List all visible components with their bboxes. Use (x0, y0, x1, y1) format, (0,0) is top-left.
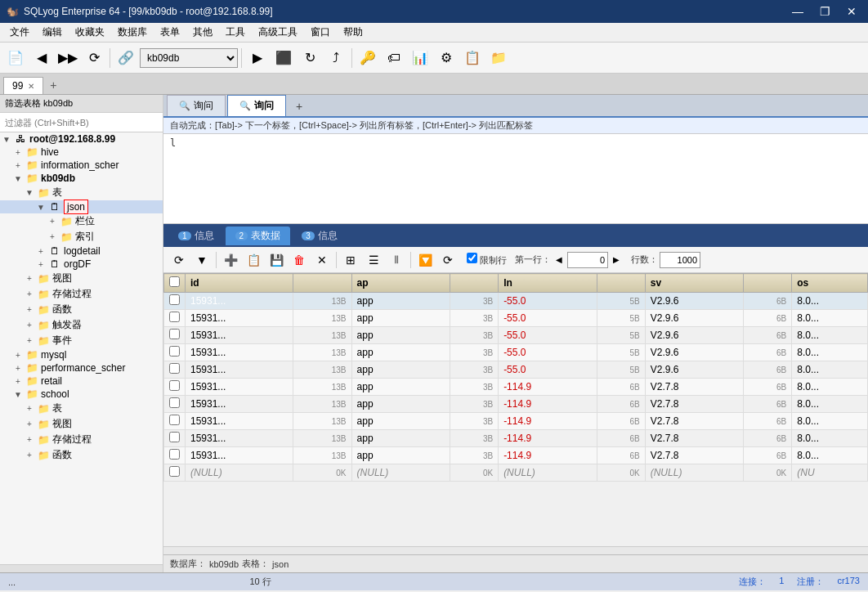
cell-id-0[interactable]: 15931... (186, 293, 293, 310)
row-checkbox-7[interactable] (169, 415, 180, 425)
dt-copy-btn[interactable]: 📋 (243, 250, 264, 270)
tree-item-10[interactable]: +📁视图 (0, 271, 163, 286)
cell-os-6[interactable]: 8.0... (792, 396, 868, 413)
menu-window[interactable]: 窗口 (304, 24, 337, 41)
cell-os-2[interactable]: 8.0... (792, 327, 868, 344)
toolbar-connect-btn[interactable]: 🔗 (114, 46, 138, 70)
toolbar-btn4[interactable]: ⬛ (271, 46, 296, 70)
cell-os-5[interactable]: 8.0... (792, 379, 868, 396)
cell-os-7[interactable]: 8.0... (792, 413, 868, 430)
row-checkbox-6[interactable] (169, 397, 180, 408)
cell-ap-8[interactable]: app (351, 430, 450, 447)
cell-ln-2[interactable]: -55.0 (499, 327, 597, 344)
cell-id-4[interactable]: 15931... (186, 361, 293, 379)
table-row[interactable]: 15931...13Bapp3B-114.96BV2.7.86B8.0... (164, 430, 868, 447)
first-row-next-btn[interactable]: ▶ (610, 250, 623, 270)
editor-content[interactable]: l (163, 134, 868, 223)
query-tab-add[interactable]: + (288, 96, 311, 116)
col-id[interactable]: id (186, 274, 293, 293)
tree-item-1[interactable]: +📁hive (0, 146, 163, 159)
cell-ap-1[interactable]: app (351, 310, 450, 327)
cell-id-10[interactable]: (NULL) (186, 464, 293, 482)
tree-toggle-15[interactable]: + (11, 351, 25, 360)
table-row[interactable]: 15931...13Bapp3B-114.96BV2.7.86B8.0... (164, 379, 868, 396)
cell-ln-5[interactable]: -114.9 (499, 379, 597, 396)
cell-os-3[interactable]: 8.0... (792, 344, 868, 361)
tree-item-0[interactable]: ▼🖧root@192.168.8.99 (0, 132, 163, 146)
tree-toggle-21[interactable]: + (23, 435, 36, 444)
col-os[interactable]: os (792, 274, 868, 293)
cell-id-7[interactable]: 15931... (186, 413, 293, 430)
menu-advanced[interactable]: 高级工具 (252, 24, 304, 41)
menu-help[interactable]: 帮助 (337, 24, 369, 41)
toolbar-new-btn[interactable]: 📄 (3, 46, 28, 70)
tree-toggle-3[interactable]: ▼ (11, 174, 25, 183)
row-checkbox-10[interactable] (169, 466, 180, 477)
tree-toggle-6[interactable]: + (46, 217, 59, 226)
cell-id-3[interactable]: 15931... (186, 344, 293, 361)
dt-filter-btn[interactable]: 🔽 (414, 250, 436, 270)
row-checkbox-1[interactable] (169, 312, 180, 322)
query-tab-2[interactable]: 🔍 询问 (227, 95, 286, 116)
cell-ln-9[interactable]: -114.9 (499, 447, 597, 464)
tree-item-6[interactable]: +📁栏位 (0, 213, 163, 229)
toolbar-btn12[interactable]: 📁 (486, 46, 511, 70)
dt-refresh2-btn[interactable]: ⟳ (437, 250, 459, 270)
cell-sv-0[interactable]: V2.9.6 (645, 293, 744, 310)
toolbar-refresh-btn[interactable]: ⟳ (82, 46, 106, 70)
db-selector[interactable]: kb09db (140, 48, 238, 68)
tree-toggle-2[interactable]: + (11, 161, 25, 170)
tree-item-19[interactable]: +📁表 (0, 401, 163, 416)
cell-os-10[interactable]: (NU (792, 464, 868, 482)
cell-os-0[interactable]: 8.0... (792, 293, 868, 310)
dt-refresh-btn[interactable]: ⟳ (168, 250, 190, 270)
results-tab-3[interactable]: 3 信息 (292, 226, 347, 245)
cell-ln-4[interactable]: -55.0 (499, 361, 597, 379)
outer-tab-close[interactable]: ✕ (28, 82, 34, 91)
limit-checkbox[interactable] (467, 253, 477, 263)
dt-col-btn[interactable]: ⫴ (386, 250, 407, 270)
tree-toggle-16[interactable]: + (11, 364, 25, 373)
toolbar-back-btn[interactable]: ◀ (29, 46, 54, 70)
minimize-button[interactable]: — (787, 5, 808, 18)
cell-ln-8[interactable]: -114.9 (499, 430, 597, 447)
cell-ln-0[interactable]: -55.0 (499, 293, 597, 310)
row-count-input[interactable] (660, 252, 700, 268)
col-sv[interactable]: sv (645, 274, 744, 293)
table-row[interactable]: 15931...13Bapp3B-114.96BV2.7.86B8.0... (164, 447, 868, 464)
menu-edit[interactable]: 编辑 (36, 24, 69, 41)
tree-toggle-0[interactable]: ▼ (0, 135, 13, 144)
tree-toggle-10[interactable]: + (23, 274, 36, 283)
tree-toggle-22[interactable]: + (23, 451, 36, 460)
sidebar-filter-input[interactable] (0, 113, 163, 132)
cell-sv-4[interactable]: V2.9.6 (645, 361, 744, 379)
tree-item-4[interactable]: ▼📁表 (0, 185, 163, 200)
toolbar-btn8[interactable]: 🏷 (382, 46, 406, 70)
cell-id-8[interactable]: 15931... (186, 430, 293, 447)
query-tab-1[interactable]: 🔍 询问 (167, 95, 226, 116)
outer-tab-add[interactable]: + (43, 76, 63, 94)
menu-tools[interactable]: 工具 (219, 24, 252, 41)
tree-toggle-4[interactable]: ▼ (23, 188, 36, 197)
row-checkbox-2[interactable] (169, 329, 180, 339)
row-checkbox-9[interactable] (169, 449, 180, 460)
table-row[interactable]: 15931...13Bapp3B-55.05BV2.9.66B8.0... (164, 344, 868, 361)
cell-os-8[interactable]: 8.0... (792, 430, 868, 447)
cell-ln-10[interactable]: (NULL) (499, 464, 597, 482)
table-row[interactable]: 15931...13Bapp3B-55.05BV2.9.66B8.0... (164, 327, 868, 344)
table-row[interactable]: 15931...13Bapp3B-114.96BV2.7.86B8.0... (164, 413, 868, 430)
cell-sv-10[interactable]: (NULL) (645, 464, 744, 482)
toolbar-btn9[interactable]: 📊 (408, 46, 432, 70)
tree-toggle-20[interactable]: + (23, 419, 36, 428)
toolbar-btn10[interactable]: ⚙ (434, 46, 459, 70)
tree-toggle-11[interactable]: + (23, 289, 36, 298)
cell-sv-6[interactable]: V2.7.8 (645, 396, 744, 413)
tree-toggle-9[interactable]: + (34, 260, 47, 269)
menu-favorites[interactable]: 收藏夹 (69, 24, 111, 41)
tree-item-22[interactable]: +📁函数 (0, 447, 163, 463)
cell-ap-4[interactable]: app (351, 361, 450, 379)
dt-grid-btn[interactable]: ⊞ (340, 250, 361, 270)
dt-row-btn[interactable]: ☰ (363, 250, 384, 270)
toolbar-forward-btn[interactable]: ▶▶ (56, 46, 80, 70)
table-row[interactable]: (NULL)0K(NULL)0K(NULL)0K(NULL)0K(NU (164, 464, 868, 482)
